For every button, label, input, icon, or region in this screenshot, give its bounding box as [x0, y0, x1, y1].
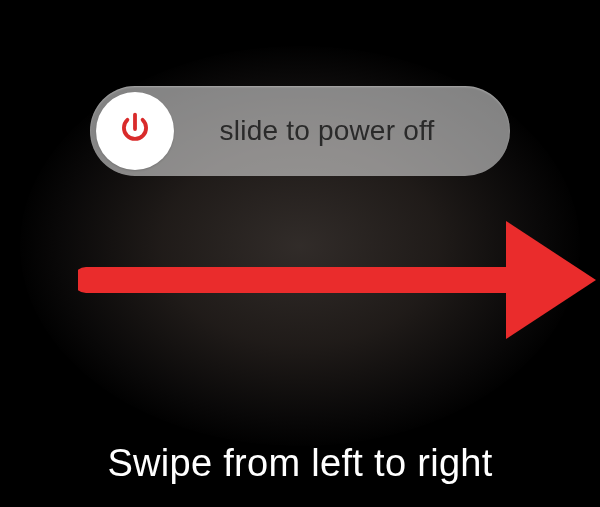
power-icon: [116, 110, 154, 152]
slider-label: slide to power off: [174, 115, 504, 147]
slider-handle[interactable]: [96, 92, 174, 170]
instruction-caption: Swipe from left to right: [0, 442, 600, 485]
power-off-slider[interactable]: slide to power off: [90, 86, 510, 176]
